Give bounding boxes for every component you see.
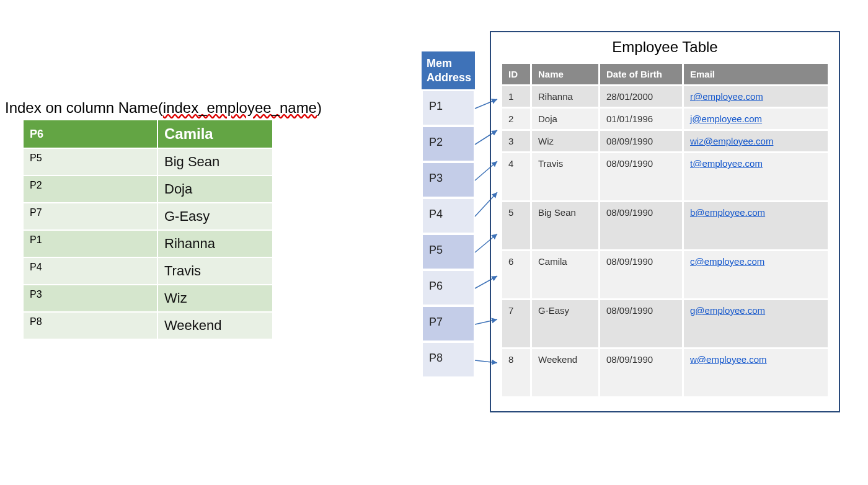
emp-cell-email: w@employee.com — [683, 349, 829, 398]
emp-cell-name: Doja — [531, 108, 600, 130]
index-cell-name: Big Sean — [157, 148, 273, 176]
emp-cell-id: 6 — [502, 251, 531, 300]
emp-cell-dob: 08/09/1990 — [600, 349, 683, 398]
index-name: index_employee_name — [163, 99, 317, 116]
emp-cell-name: Rihanna — [531, 86, 600, 108]
employee-table: ID Name Date of Birth Email 1Rihanna28/0… — [500, 62, 830, 398]
index-cell-ptr: P3 — [23, 285, 157, 312]
mem-cell: P5 — [422, 234, 475, 270]
emp-cell-id: 7 — [502, 300, 531, 349]
emp-cell-id: 2 — [502, 108, 531, 130]
emp-cell-id: 8 — [502, 349, 531, 398]
mem-cell: P1 — [422, 90, 475, 126]
emp-cell-name: Camila — [531, 251, 600, 300]
emp-cell-name: G-Easy — [531, 300, 600, 349]
emp-cell-email: j@employee.com — [683, 108, 829, 130]
mem-cell: P2 — [422, 126, 475, 162]
index-cell-ptr: P7 — [23, 203, 157, 230]
table-row: 6Camila08/09/1990c@employee.com — [502, 251, 829, 300]
employee-table-box: Employee Table ID Name Date of Birth Ema… — [490, 31, 840, 412]
mem-cell: P8 — [422, 342, 475, 378]
index-cell-name: Rihanna — [157, 230, 273, 257]
table-row: 3Wiz08/09/1990wiz@employee.com — [502, 130, 829, 153]
emp-cell-email: t@employee.com — [683, 153, 829, 202]
emp-header-dob: Date of Birth — [600, 63, 683, 86]
index-cell-ptr: P8 — [23, 312, 157, 339]
table-row: 7G-Easy08/09/1990g@employee.com — [502, 300, 829, 349]
index-cell-ptr: P4 — [23, 257, 157, 285]
index-cell-name: Weekend — [157, 312, 273, 339]
emp-cell-dob: 08/09/1990 — [600, 130, 683, 153]
index-cell-ptr: P2 — [23, 176, 157, 203]
emp-cell-id: 4 — [502, 153, 531, 202]
index-title-prefix: Index on column Name( — [5, 99, 163, 116]
emp-cell-email: c@employee.com — [683, 251, 829, 300]
index-cell-ptr: P1 — [23, 230, 157, 257]
emp-cell-dob: 28/01/2000 — [600, 86, 683, 108]
index-header-ptr: P6 — [23, 120, 157, 148]
emp-cell-name: Wiz — [531, 130, 600, 153]
index-header-name: Camila — [157, 120, 273, 148]
mem-cell: P6 — [422, 270, 475, 306]
index-cell-name: Travis — [157, 257, 273, 285]
emp-cell-dob: 08/09/1990 — [600, 251, 683, 300]
emp-cell-name: Travis — [531, 153, 600, 202]
emp-cell-dob: 08/09/1990 — [600, 300, 683, 349]
emp-cell-id: 1 — [502, 86, 531, 108]
index-cell-ptr: P5 — [23, 148, 157, 176]
index-title: Index on column Name(index_employee_name… — [5, 99, 322, 117]
emp-cell-email: g@employee.com — [683, 300, 829, 349]
emp-header-name: Name — [531, 63, 600, 86]
emp-cell-id: 5 — [502, 202, 531, 251]
index-cell-name: Doja — [157, 176, 273, 203]
emp-header-email: Email — [683, 63, 829, 86]
index-cell-name: G-Easy — [157, 203, 273, 230]
emp-cell-dob: 01/01/1996 — [600, 108, 683, 130]
emp-cell-email: r@employee.com — [683, 86, 829, 108]
table-row: 8Weekend08/09/1990w@employee.com — [502, 349, 829, 398]
mem-cell: P4 — [422, 198, 475, 234]
index-cell-name: Wiz — [157, 285, 273, 312]
table-row: 1Rihanna28/01/2000r@employee.com — [502, 86, 829, 108]
mem-header-line2: Address — [427, 71, 471, 84]
index-title-suffix: ) — [317, 99, 322, 116]
mem-address-list: P1 P2 P3 P4 P5 P6 P7 P8 — [422, 90, 475, 378]
employee-table-title: Employee Table — [500, 38, 830, 56]
emp-cell-email: b@employee.com — [683, 202, 829, 251]
mem-address-header: Mem Address — [422, 51, 475, 89]
index-table: P6 Camila P5Big Sean P2Doja P7G-Easy P1R… — [22, 119, 273, 340]
emp-cell-dob: 08/09/1990 — [600, 202, 683, 251]
table-row: 4Travis08/09/1990t@employee.com — [502, 153, 829, 202]
table-row: 5Big Sean08/09/1990b@employee.com — [502, 202, 829, 251]
emp-header-id: ID — [502, 63, 531, 86]
mem-cell: P7 — [422, 306, 475, 342]
emp-cell-id: 3 — [502, 130, 531, 153]
emp-cell-email: wiz@employee.com — [683, 130, 829, 153]
emp-cell-name: Big Sean — [531, 202, 600, 251]
mem-cell: P3 — [422, 162, 475, 198]
mem-header-line1: Mem — [427, 57, 452, 69]
emp-cell-dob: 08/09/1990 — [600, 153, 683, 202]
emp-cell-name: Weekend — [531, 349, 600, 398]
table-row: 2Doja01/01/1996j@employee.com — [502, 108, 829, 130]
